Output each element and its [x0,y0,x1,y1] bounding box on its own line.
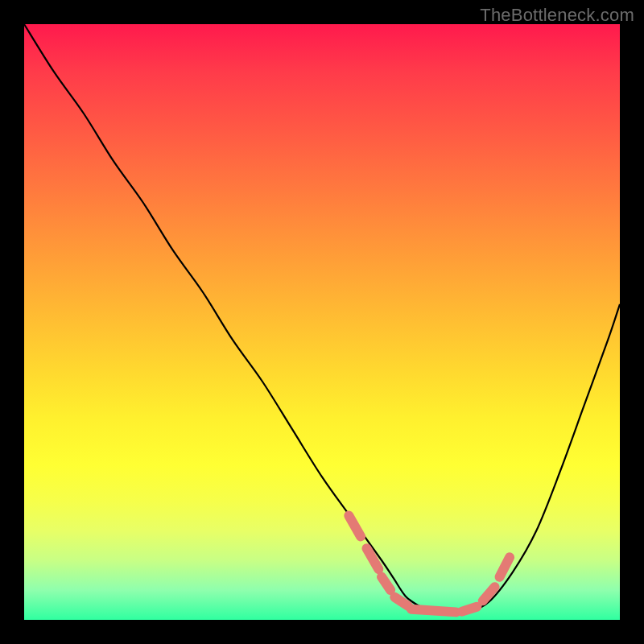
valley-marker-segment [349,516,361,537]
bottleneck-curve [24,24,620,613]
valley-marker-segment [367,548,379,569]
marker-layer [349,516,510,613]
chart-frame: TheBottleneck.com [0,0,644,644]
watermark-text: TheBottleneck.com [480,5,634,26]
plot-area [24,24,620,620]
valley-marker-segment [500,557,510,576]
curve-layer [24,24,620,613]
chart-svg [24,24,620,620]
valley-marker-segment [382,577,390,590]
valley-marker-segment [462,607,477,612]
valley-marker-segment [394,597,408,606]
valley-marker-segment [411,609,456,613]
